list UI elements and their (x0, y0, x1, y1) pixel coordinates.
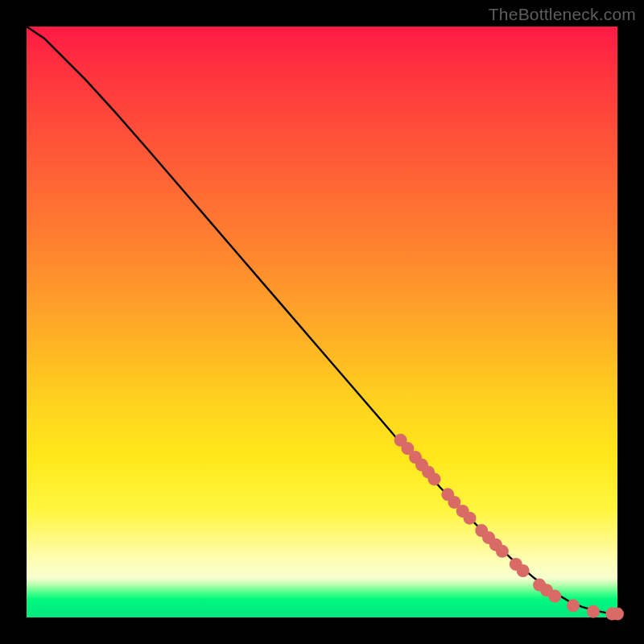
marker-layer (394, 434, 624, 621)
data-marker (517, 564, 530, 577)
chart-frame: TheBottleneck.com (0, 0, 644, 644)
watermark-text: TheBottleneck.com (489, 5, 636, 24)
data-marker (587, 605, 600, 618)
data-marker (548, 590, 561, 603)
data-marker (611, 608, 624, 621)
chart-svg (27, 27, 617, 617)
plot-area (27, 27, 617, 617)
data-marker (464, 512, 477, 525)
data-marker (428, 473, 441, 485)
curve-line (27, 27, 617, 614)
data-marker (567, 599, 580, 612)
data-marker (496, 545, 509, 558)
